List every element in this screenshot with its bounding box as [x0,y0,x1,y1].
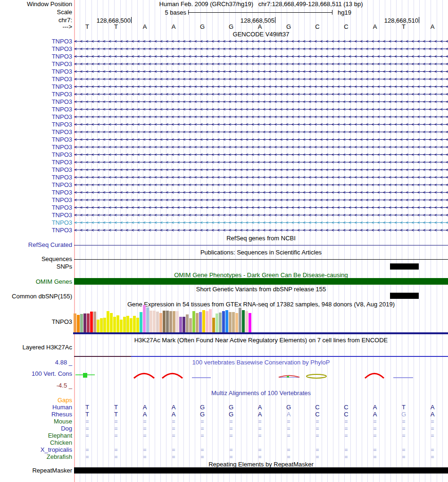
gtex-tissue-bar[interactable] [173,311,175,332]
gtex-tissue-bar[interactable] [153,311,156,332]
gene-transcript-row[interactable]: <<<<<<<<<<<<<<<<<<<<<<<<<<<<<<<<<<<<<<<<… [74,113,448,121]
gene-label[interactable]: TNPO3 [0,61,72,68]
gtex-tissue-bar[interactable] [93,312,96,332]
gtex-tissue-bar[interactable] [149,311,152,332]
gtex-tissue-bar[interactable] [113,317,116,332]
sequences-item[interactable] [74,259,448,260]
gtex-tissue-bar[interactable] [110,313,113,332]
gene-transcript-row[interactable]: <<<<<<<<<<<<<<<<<<<<<<<<<<<<<<<<<<<<<<<<… [74,98,448,106]
gene-label[interactable]: TNPO3 [0,227,72,234]
gtex-tissue-bar[interactable] [77,315,80,332]
gtex-tissue-bar[interactable] [120,320,123,332]
gene-transcript-row[interactable]: <<<<<<<<<<<<<<<<<<<<<<<<<<<<<<<<<<<<<<<<… [74,83,448,91]
gene-label[interactable]: TNPO3 [0,84,72,90]
gene-transcript-row[interactable]: <<<<<<<<<<<<<<<<<<<<<<<<<<<<<<<<<<<<<<<<… [74,227,448,234]
repeatmasker-label[interactable]: RepeatMasker [0,467,72,474]
gtex-tissue-bar[interactable] [176,311,179,332]
gene-label[interactable]: TNPO3 [0,197,72,203]
gtex-tissue-bar[interactable] [199,312,202,332]
gtex-tissue-bar[interactable] [186,314,189,332]
gene-label[interactable]: TNPO3 [0,189,72,196]
gene-label[interactable]: TNPO3 [0,121,72,128]
gene-transcript-row[interactable]: <<<<<<<<<<<<<<<<<<<<<<<<<<<<<<<<<<<<<<<<… [74,91,448,98]
gtex-tissue-bar[interactable] [133,316,136,332]
gtex-tissue-bar[interactable] [206,311,208,332]
omim-genes-label[interactable]: OMIM Genes [0,279,72,285]
gtex-tissue-bar[interactable] [169,311,172,332]
gene-transcript-row[interactable]: <<<<<<<<<<<<<<<<<<<<<<<<<<<<<<<<<<<<<<<<… [74,159,448,166]
species-label-human[interactable]: Human [0,404,72,411]
gtex-tissue-bar[interactable] [229,312,232,332]
gene-transcript-row[interactable]: <<<<<<<<<<<<<<<<<<<<<<<<<<<<<<<<<<<<<<<<… [74,136,448,144]
gtex-tissue-bar[interactable] [103,318,106,332]
gtex-tissue-bar[interactable] [179,317,182,332]
gene-transcript-row[interactable]: <<<<<<<<<<<<<<<<<<<<<<<<<<<<<<<<<<<<<<<<… [74,53,448,60]
gene-label[interactable]: TNPO3 [0,152,72,158]
gtex-tissue-bar[interactable] [189,318,192,332]
gene-label[interactable]: TNPO3 [0,53,72,60]
gene-label[interactable]: TNPO3 [0,174,72,181]
gene-label[interactable]: TNPO3 [0,220,72,226]
conservation-label[interactable]: 100 Vert. Cons [0,371,72,377]
gene-label[interactable]: TNPO3 [0,46,72,52]
gene-label[interactable]: TNPO3 [0,91,72,98]
gene-transcript-row[interactable]: <<<<<<<<<<<<<<<<<<<<<<<<<<<<<<<<<<<<<<<<… [74,45,448,53]
gene-transcript-row[interactable]: <<<<<<<<<<<<<<<<<<<<<<<<<<<<<<<<<<<<<<<<… [74,60,448,68]
gtex-tissue-bar[interactable] [239,308,241,332]
gtex-tissue-bar[interactable] [136,318,139,332]
gtex-tissue-bar[interactable] [249,313,251,332]
omim-gene-item[interactable] [74,278,448,285]
gene-transcript-row[interactable]: <<<<<<<<<<<<<<<<<<<<<<<<<<<<<<<<<<<<<<<<… [74,219,448,227]
gtex-tissue-bar[interactable] [156,312,159,332]
gene-transcript-row[interactable]: <<<<<<<<<<<<<<<<<<<<<<<<<<<<<<<<<<<<<<<<… [74,211,448,219]
gene-label[interactable]: TNPO3 [0,114,72,120]
gtex-tissue-bar[interactable] [83,313,86,332]
gtex-tissue-bar[interactable] [209,309,212,332]
gene-transcript-row[interactable]: <<<<<<<<<<<<<<<<<<<<<<<<<<<<<<<<<<<<<<<<… [74,204,448,211]
gtex-tissue-bar[interactable] [116,315,119,332]
gene-transcript-row[interactable]: <<<<<<<<<<<<<<<<<<<<<<<<<<<<<<<<<<<<<<<<… [74,144,448,151]
refseq-curated-label[interactable]: RefSeq Curated [0,242,72,248]
gtex-tissue-bar[interactable] [74,313,76,332]
gene-transcript-row[interactable]: <<<<<<<<<<<<<<<<<<<<<<<<<<<<<<<<<<<<<<<<… [74,38,448,45]
gene-label[interactable]: TNPO3 [0,204,72,211]
gene-transcript-row[interactable]: <<<<<<<<<<<<<<<<<<<<<<<<<<<<<<<<<<<<<<<<… [74,128,448,136]
h3k27ac-label[interactable]: Layered H3K27Ac [0,344,72,351]
gtex-tissue-bar[interactable] [222,311,225,332]
conservation-signal[interactable] [74,371,448,383]
gtex-tissue-bar[interactable] [90,312,93,332]
gene-transcript-row[interactable]: <<<<<<<<<<<<<<<<<<<<<<<<<<<<<<<<<<<<<<<<… [74,181,448,189]
gtex-tissue-bar[interactable] [202,310,205,332]
species-label-rhesus[interactable]: Rhesus [0,411,72,418]
gtex-tissue-bar[interactable] [232,312,235,332]
species-label-gaps[interactable]: Gaps [0,397,72,404]
species-label-chicken[interactable]: Chicken [0,440,72,446]
gene-label[interactable]: TNPO3 [0,68,72,75]
gene-label[interactable]: TNPO3 [0,99,72,105]
gene-transcript-row[interactable]: <<<<<<<<<<<<<<<<<<<<<<<<<<<<<<<<<<<<<<<<… [74,68,448,76]
gtex-tissue-bar[interactable] [192,311,195,332]
h3k27ac-signal-right[interactable] [131,356,448,357]
gtex-tissue-bar[interactable] [219,313,222,332]
gene-label[interactable]: TNPO3 [0,159,72,166]
gtex-tissue-bar[interactable] [245,311,248,332]
species-label-elephant[interactable]: Elephant [0,432,72,439]
gtex-tissue-bar[interactable] [163,311,166,332]
gene-label[interactable]: TNPO3 [0,76,72,83]
gene-label[interactable]: TNPO3 [0,136,72,143]
gtex-tissue-bar[interactable] [107,311,109,332]
gtex-tissue-bar[interactable] [159,313,162,332]
gene-transcript-row[interactable]: <<<<<<<<<<<<<<<<<<<<<<<<<<<<<<<<<<<<<<<<… [74,76,448,83]
gtex-tissue-bar[interactable] [140,312,142,332]
gtex-tissue-bar[interactable] [146,307,149,332]
gene-label[interactable]: TNPO3 [0,129,72,135]
gtex-tissue-bar[interactable] [123,317,126,332]
gene-label[interactable]: TNPO3 [0,144,72,151]
gtex-tissue-bar[interactable] [235,313,238,332]
gtex-gene-label[interactable]: TNPO3 [0,319,72,325]
species-label-zebrafish[interactable]: Zebrafish [0,454,72,460]
gtex-tissue-bar[interactable] [166,311,169,332]
repeatmasker-item[interactable] [74,467,448,474]
h3k27ac-signal-left[interactable] [74,356,131,357]
snps-label[interactable]: SNPs [0,263,72,270]
